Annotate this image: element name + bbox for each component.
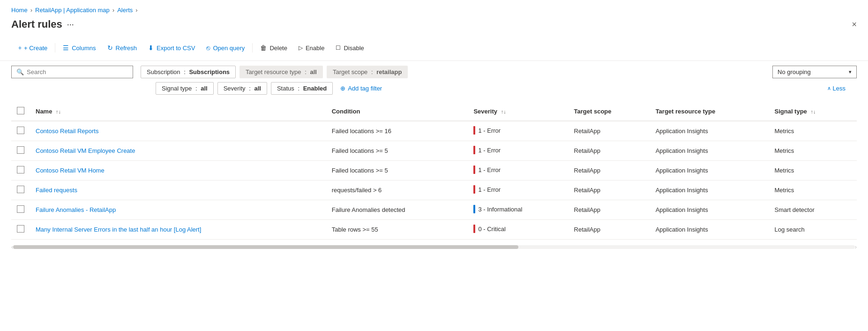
row-condition-cell: Failed locations >= 5 [326, 161, 468, 181]
alert-rule-name-link[interactable]: Many Internal Server Errors in the last … [36, 226, 201, 233]
breadcrumb-alerts[interactable]: Alerts [117, 7, 133, 14]
row-severity-cell: 1 - Error [468, 181, 568, 200]
delete-button[interactable]: 🗑 Delete [254, 41, 293, 54]
enable-button[interactable]: ▷ Enable [293, 42, 330, 54]
row-checkbox-5[interactable] [17, 225, 24, 233]
table-row: Contoso Retail VM Home Failed locations … [11, 161, 857, 181]
row-condition-cell: Failure Anomalies detected [326, 200, 468, 220]
row-checkbox-0[interactable] [17, 127, 24, 134]
target-scope-filter[interactable]: Target scope : retailapp [327, 66, 408, 78]
severity-badge: 1 - Error [473, 185, 501, 194]
ellipsis-button[interactable]: ··· [67, 20, 74, 30]
select-all-checkbox[interactable] [17, 107, 24, 114]
filter-chips-row1: Subscription : Subscriptions Target reso… [141, 66, 408, 78]
enable-icon: ▷ [299, 45, 303, 51]
disable-button[interactable]: ☐ Disable [330, 42, 369, 54]
name-sort-icon[interactable]: ↑↓ [56, 109, 61, 114]
row-signal-type-cell: Metrics [769, 161, 857, 181]
row-target-scope-cell: RetailApp [569, 161, 650, 181]
grouping-label: No grouping [778, 68, 811, 75]
export-button[interactable]: ⬇ Export to CSV [142, 41, 201, 54]
breadcrumb-home[interactable]: Home [11, 7, 28, 14]
delete-icon: 🗑 [260, 44, 267, 52]
row-target-scope-cell: RetailApp [569, 141, 650, 161]
row-checkbox-3[interactable] [17, 186, 24, 193]
row-checkbox-2[interactable] [17, 166, 24, 173]
search-input[interactable] [27, 68, 128, 75]
table-row: Contoso Retail Reports Failed locations … [11, 121, 857, 141]
row-signal-type-cell: Metrics [769, 181, 857, 200]
alert-rules-table: Name ↑↓ Condition Severity ↑↓ Target sco… [11, 102, 857, 240]
row-target-resource-type-cell: Application Insights [650, 220, 769, 240]
search-box[interactable]: 🔍 [11, 66, 133, 78]
create-button[interactable]: ＋ + Create [11, 41, 53, 55]
columns-icon: ☰ [63, 44, 69, 52]
scroll-right-arrow[interactable]: › [855, 243, 857, 250]
status-filter[interactable]: Status : Enabled [271, 82, 333, 95]
less-button[interactable]: ∧ Less [827, 85, 846, 92]
severity-color-indicator [473, 166, 475, 174]
refresh-button[interactable]: ↻ Refresh [102, 41, 143, 54]
filters-section: 🔍 Subscription : Subscriptions Target re… [0, 61, 868, 97]
row-checkbox-4[interactable] [17, 205, 24, 213]
subscription-filter[interactable]: Subscription : Subscriptions [141, 66, 236, 78]
row-checkbox-1[interactable] [17, 146, 24, 154]
breadcrumb-app[interactable]: RetailApp | Application map [35, 7, 110, 14]
alert-rule-name-link[interactable]: Contoso Retail VM Home [36, 167, 105, 174]
row-name-cell: Contoso Retail VM Home [30, 161, 326, 181]
horizontal-scrollbar[interactable] [13, 245, 854, 249]
severity-badge: 1 - Error [473, 166, 501, 174]
severity-color-indicator [473, 185, 475, 194]
row-target-scope-cell: RetailApp [569, 200, 650, 220]
disable-icon: ☐ [336, 45, 341, 51]
alert-rule-name-link[interactable]: Contoso Retail Reports [36, 128, 98, 135]
severity-badge: 1 - Error [473, 146, 501, 154]
alert-rule-name-link[interactable]: Contoso Retail VM Employee Create [36, 147, 135, 154]
filter-chips-row2: Signal type : all Severity : all Status … [156, 82, 386, 95]
severity-filter[interactable]: Severity : all [217, 82, 267, 95]
chevron-up-icon: ∧ [827, 85, 831, 91]
select-all-header [11, 102, 30, 121]
row-name-cell: Contoso Retail VM Employee Create [30, 141, 326, 161]
table-row: Failure Anomalies - RetailApp Failure An… [11, 200, 857, 220]
row-target-resource-type-cell: Application Insights [650, 121, 769, 141]
target-resource-type-filter[interactable]: Target resource type : all [239, 66, 323, 78]
severity-column-header: Severity ↑↓ [468, 102, 568, 121]
table-header: Name ↑↓ Condition Severity ↑↓ Target sco… [11, 102, 857, 121]
row-target-scope-cell: RetailApp [569, 181, 650, 200]
row-name-cell: Many Internal Server Errors in the last … [30, 220, 326, 240]
severity-badge: 1 - Error [473, 126, 501, 135]
signal-type-filter[interactable]: Signal type : all [156, 82, 214, 95]
toolbar-separator-1 [55, 43, 55, 53]
name-column-header: Name ↑↓ [30, 102, 326, 121]
row-condition-cell: requests/failed > 6 [326, 181, 468, 200]
add-tag-filter-button[interactable]: ⊕ Add tag filter [337, 83, 386, 94]
create-icon: ＋ [17, 44, 23, 52]
columns-button[interactable]: ☰ Columns [57, 41, 101, 54]
severity-color-indicator [473, 225, 475, 233]
export-icon: ⬇ [148, 44, 154, 52]
alert-rule-name-link[interactable]: Failed requests [36, 187, 77, 194]
severity-badge: 3 - Informational [473, 205, 522, 213]
close-button[interactable]: × [852, 20, 857, 30]
row-name-cell: Failure Anomalies - RetailApp [30, 200, 326, 220]
severity-badge: 0 - Critical [473, 225, 506, 233]
row-checkbox-cell [11, 220, 30, 240]
target-scope-column-header: Target scope [569, 102, 650, 121]
severity-sort-icon[interactable]: ↑↓ [501, 109, 506, 114]
breadcrumb: Home › RetailApp | Application map › Ale… [0, 0, 868, 16]
row-signal-type-cell: Metrics [769, 141, 857, 161]
signal-type-sort-icon[interactable]: ↑↓ [810, 109, 816, 114]
row-target-scope-cell: RetailApp [569, 220, 650, 240]
row-severity-cell: 3 - Informational [468, 200, 568, 220]
refresh-icon: ↻ [107, 44, 113, 52]
alert-rule-name-link[interactable]: Failure Anomalies - RetailApp [36, 206, 116, 213]
severity-color-indicator [473, 126, 475, 135]
horizontal-scrollbar-thumb [13, 245, 518, 249]
open-query-button[interactable]: ⎋ Open query [201, 41, 250, 54]
row-severity-cell: 1 - Error [468, 121, 568, 141]
row-name-cell: Contoso Retail Reports [30, 121, 326, 141]
grouping-select[interactable]: No grouping ▾ [772, 66, 857, 78]
row-severity-cell: 0 - Critical [468, 220, 568, 240]
row-severity-cell: 1 - Error [468, 161, 568, 181]
